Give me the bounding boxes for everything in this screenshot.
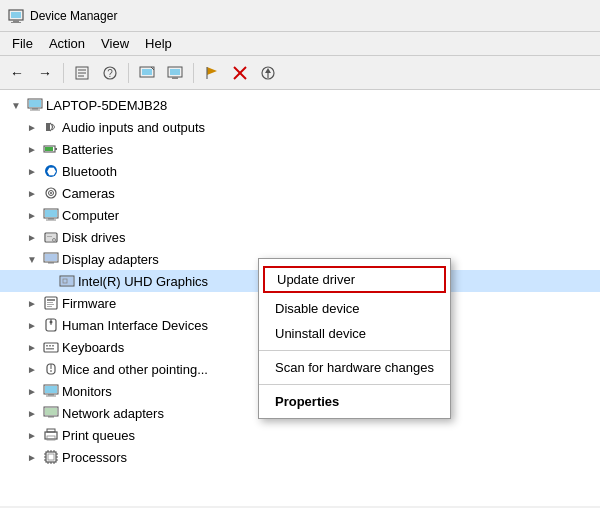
svg-point-65: [50, 370, 52, 372]
expand-mice[interactable]: ►: [24, 361, 40, 377]
gpu-icon: [59, 273, 75, 289]
computer-label: Computer: [62, 208, 119, 223]
menu-action[interactable]: Action: [41, 34, 93, 53]
svg-rect-14: [170, 69, 180, 75]
svg-rect-15: [172, 77, 178, 79]
display-icon: [43, 251, 59, 267]
tree-processors[interactable]: ► Proces: [0, 446, 600, 468]
mice-label: Mice and other pointing...: [62, 362, 208, 377]
tree-print[interactable]: ► Print queues: [0, 424, 600, 446]
hid-label: Human Interface Devices: [62, 318, 208, 333]
help-button[interactable]: ?: [97, 60, 123, 86]
svg-point-57: [50, 321, 53, 324]
svg-rect-52: [47, 302, 53, 303]
disk-label: Disk drives: [62, 230, 126, 245]
tree-root[interactable]: ▼ LAPTOP-5DEMJB28: [0, 94, 600, 116]
expand-print[interactable]: ►: [24, 427, 40, 443]
scan-button[interactable]: [134, 60, 160, 86]
print-label: Print queues: [62, 428, 135, 443]
svg-rect-37: [45, 210, 57, 217]
tree-bluetooth[interactable]: ► ⬣ Bluetooth: [0, 160, 600, 182]
keyboards-label: Keyboards: [62, 340, 124, 355]
expand-processors[interactable]: ►: [24, 449, 40, 465]
tree-disk[interactable]: ► Disk drives: [0, 226, 600, 248]
firmware-icon: [43, 295, 59, 311]
menu-view[interactable]: View: [93, 34, 137, 53]
tree-cameras[interactable]: ► Cameras: [0, 182, 600, 204]
svg-rect-71: [45, 408, 57, 415]
expand-display[interactable]: ▼: [24, 251, 40, 267]
tree-computer[interactable]: ► Computer: [0, 204, 600, 226]
svg-rect-53: [47, 304, 54, 305]
menu-help[interactable]: Help: [137, 34, 180, 53]
svg-rect-26: [30, 110, 40, 111]
menu-file[interactable]: File: [4, 34, 41, 53]
forward-button[interactable]: →: [32, 60, 58, 86]
back-button[interactable]: ←: [4, 60, 30, 86]
monitors-label: Monitors: [62, 384, 112, 399]
delete-button[interactable]: [227, 60, 253, 86]
ctx-update-driver[interactable]: Update driver: [263, 266, 446, 293]
bluetooth-icon: ⬣: [43, 163, 59, 179]
main-content: ▼ LAPTOP-5DEMJB28 ► Audio: [0, 90, 600, 506]
svg-rect-41: [46, 234, 56, 241]
flag-button[interactable]: [199, 60, 225, 86]
computer2-icon: [43, 207, 59, 223]
expand-disk[interactable]: ►: [24, 229, 40, 245]
print-icon: [43, 427, 59, 443]
svg-rect-54: [47, 306, 52, 307]
svg-rect-45: [45, 254, 57, 261]
svg-text:?: ?: [107, 68, 113, 79]
computer-icon: [27, 97, 43, 113]
audio-label: Audio inputs and outputs: [62, 120, 205, 135]
network-icon: [43, 405, 59, 421]
expand-network[interactable]: ►: [24, 405, 40, 421]
properties-button[interactable]: [69, 60, 95, 86]
audio-icon: [43, 119, 59, 135]
firmware-label: Firmware: [62, 296, 116, 311]
expand-audio[interactable]: ►: [24, 119, 40, 135]
ctx-properties[interactable]: Properties: [259, 389, 450, 414]
title-bar-icon: [8, 8, 24, 24]
expand-keyboards[interactable]: ►: [24, 339, 40, 355]
processors-label: Processors: [62, 450, 127, 465]
svg-rect-60: [49, 345, 51, 347]
root-label: LAPTOP-5DEMJB28: [46, 98, 167, 113]
svg-text:⬣: ⬣: [47, 166, 56, 177]
cameras-label: Cameras: [62, 186, 115, 201]
ctx-disable-device[interactable]: Disable device: [259, 296, 450, 321]
svg-rect-59: [46, 345, 48, 347]
monitor-icon: [43, 383, 59, 399]
expand-computer[interactable]: ►: [24, 207, 40, 223]
svg-rect-2: [13, 20, 19, 22]
expand-firmware[interactable]: ►: [24, 295, 40, 311]
expand-root[interactable]: ▼: [8, 97, 24, 113]
svg-rect-27: [46, 123, 50, 131]
ctx-uninstall-device[interactable]: Uninstall device: [259, 321, 450, 346]
svg-rect-69: [46, 396, 56, 397]
tree-audio[interactable]: ► Audio inputs and outputs: [0, 116, 600, 138]
gpu-label: Intel(R) UHD Graphics: [78, 274, 208, 289]
expand-monitors[interactable]: ►: [24, 383, 40, 399]
bluetooth-label: Bluetooth: [62, 164, 117, 179]
ctx-scan-hardware[interactable]: Scan for hardware changes: [259, 355, 450, 380]
batteries-label: Batteries: [62, 142, 113, 157]
svg-rect-58: [44, 343, 58, 352]
tree-batteries[interactable]: ► Batteries: [0, 138, 600, 160]
svg-rect-46: [48, 262, 54, 264]
svg-rect-67: [45, 386, 57, 393]
expand-hid[interactable]: ►: [24, 317, 40, 333]
expand-bluetooth[interactable]: ►: [24, 163, 40, 179]
svg-rect-51: [47, 299, 55, 301]
processor-icon: [43, 449, 59, 465]
expand-batteries[interactable]: ►: [24, 141, 40, 157]
title-bar: Device Manager: [0, 0, 600, 32]
expand-cameras[interactable]: ►: [24, 185, 40, 201]
svg-point-35: [50, 192, 52, 194]
monitor-button[interactable]: [162, 60, 188, 86]
svg-marker-16: [207, 67, 217, 75]
update-button[interactable]: [255, 60, 281, 86]
svg-rect-74: [47, 429, 55, 432]
menu-bar: File Action View Help: [0, 32, 600, 56]
ctx-separator-1: [259, 350, 450, 351]
